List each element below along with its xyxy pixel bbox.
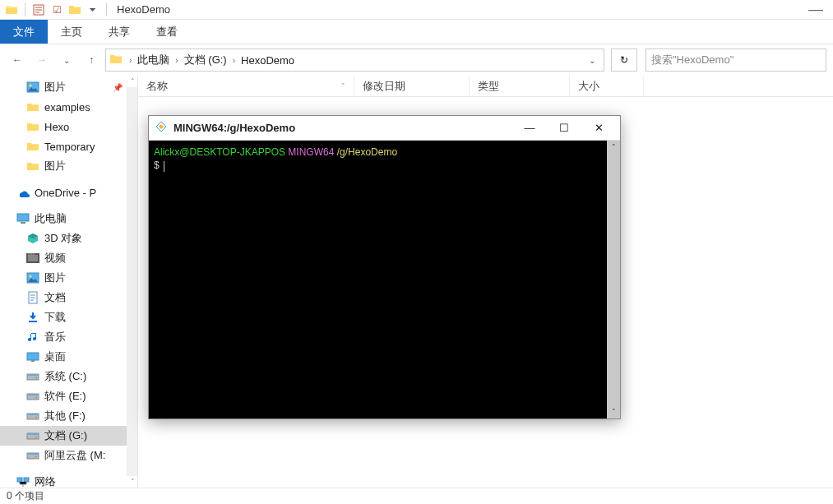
download-icon (26, 312, 39, 323)
prompt-symbol: $ (154, 160, 160, 171)
scroll-up-icon[interactable]: ˄ (127, 76, 138, 87)
sidebar-item[interactable]: 网络 (0, 472, 137, 488)
scroll-up-icon[interactable]: ˄ (607, 141, 620, 154)
terminal-titlebar[interactable]: MINGW64:/g/HexoDemo — ☐ ✕ (149, 116, 620, 141)
scroll-track[interactable] (127, 87, 138, 476)
sidebar-item[interactable]: 文档 (0, 288, 137, 307)
picture-icon (26, 81, 39, 93)
up-button[interactable]: ↑ (81, 49, 102, 71)
minimize-button[interactable]: — (518, 122, 541, 134)
drive-icon (26, 411, 39, 421)
sidebar-item-label: 文档 (44, 290, 66, 305)
svg-rect-13 (29, 321, 37, 322)
sidebar-item[interactable]: 其他 (F:) (0, 406, 137, 426)
column-date[interactable]: 修改日期 (354, 76, 470, 96)
drive-icon (26, 391, 39, 401)
sidebar-item[interactable]: 桌面 (0, 347, 137, 367)
prompt-user: Alickx@DESKTOP-JKAPPOS (154, 146, 285, 158)
chevron-right-icon[interactable]: › (231, 56, 237, 65)
svg-rect-26 (27, 433, 39, 435)
terminal-title: MINGW64:/g/HexoDemo (174, 122, 295, 134)
svg-point-30 (35, 456, 37, 458)
sidebar-item[interactable]: 音乐 (0, 327, 137, 347)
dropdown-icon[interactable]: ⏷ (85, 2, 101, 18)
tab-home[interactable]: 主页 (48, 20, 95, 44)
sidebar-item[interactable]: OneDrive - P (0, 183, 137, 202)
terminal-body[interactable]: Alickx@DESKTOP-JKAPPOS MINGW64 /g/HexoDe… (149, 141, 620, 418)
sidebar-item-label: OneDrive - P (35, 187, 96, 199)
svg-marker-34 (159, 124, 164, 129)
sidebar-item[interactable]: 3D 对象 (0, 229, 137, 248)
checkbox-icon[interactable]: ☑ (49, 2, 65, 18)
sidebar-item[interactable]: 软件 (E:) (0, 386, 137, 406)
3d-icon (26, 233, 39, 244)
terminal-scrollbar[interactable]: ˄ ˅ (607, 141, 620, 418)
folder-small-icon[interactable] (67, 2, 83, 18)
sidebar-item-label: 下载 (44, 310, 66, 325)
sidebar-item[interactable]: 视频 (0, 248, 137, 268)
chevron-right-icon[interactable]: › (127, 56, 133, 65)
column-size[interactable]: 大小 (570, 76, 644, 96)
scroll-down-icon[interactable]: ˅ (127, 476, 138, 488)
forward-button[interactable]: → (31, 49, 53, 71)
search-placeholder: 搜索"HexoDemo" (651, 53, 734, 67)
recent-dropdown[interactable]: ⌄ (56, 49, 77, 71)
search-input[interactable]: 搜索"HexoDemo" (646, 49, 826, 72)
sidebar-item[interactable]: 系统 (C:) (0, 367, 137, 386)
column-name[interactable]: 名称 ˄ (138, 76, 354, 96)
sidebar-item[interactable]: Hexo (0, 117, 137, 136)
svg-point-8 (30, 253, 31, 254)
sidebar-item[interactable]: 此电脑 (0, 209, 137, 229)
music-icon (26, 331, 39, 343)
breadcrumb-segment[interactable]: 此电脑 (133, 53, 174, 67)
folder-icon (3, 2, 20, 18)
svg-point-11 (30, 275, 32, 278)
back-button[interactable]: ← (7, 49, 28, 71)
svg-rect-23 (27, 414, 39, 415)
ribbon-tabs: 文件 主页 共享 查看 (0, 20, 833, 44)
scroll-thumb[interactable] (607, 154, 620, 405)
sidebar-item-label: 桌面 (44, 349, 66, 364)
close-button[interactable]: ✕ (587, 122, 610, 134)
sidebar-item[interactable]: 图片 (0, 268, 137, 288)
quick-access-toolbar: ☑ ⏷ HexoDemo (3, 2, 170, 18)
address-bar[interactable]: › 此电脑 › 文档 (G:) › HexoDemo ⌄ (105, 49, 604, 72)
sidebar-scrollbar[interactable]: ˄ ˅ (127, 76, 138, 488)
chevron-right-icon[interactable]: › (174, 56, 179, 65)
sidebar-item[interactable]: examples (0, 97, 137, 117)
refresh-button[interactable]: ↻ (611, 49, 637, 72)
sidebar-item-label: 3D 对象 (44, 231, 82, 246)
sidebar-item-label: Temporary (44, 141, 95, 153)
video-icon (26, 253, 39, 263)
scroll-down-icon[interactable]: ˅ (607, 405, 620, 418)
svg-rect-15 (31, 360, 35, 362)
svg-rect-4 (21, 222, 25, 224)
maximize-button[interactable]: ☐ (553, 122, 576, 134)
sidebar-item-label: 视频 (44, 251, 66, 266)
tab-file[interactable]: 文件 (0, 20, 48, 44)
sidebar-item[interactable]: 图片📌 (0, 77, 137, 97)
sidebar-item[interactable]: 下载 (0, 307, 137, 327)
sidebar-item[interactable]: 图片 (0, 156, 137, 176)
drive-icon (26, 451, 39, 460)
sort-indicator-icon: ˄ (341, 82, 345, 90)
breadcrumb-segment[interactable]: 文档 (G:) (180, 53, 231, 67)
column-headers: 名称 ˄ 修改日期 类型 大小 (138, 76, 833, 97)
pin-icon: 📌 (113, 83, 123, 92)
pc-icon (16, 213, 30, 224)
svg-rect-3 (17, 214, 29, 221)
sidebar-item[interactable]: 阿里云盘 (M: (0, 446, 137, 465)
svg-point-18 (35, 377, 37, 379)
properties-icon[interactable] (30, 2, 47, 18)
svg-point-27 (35, 437, 37, 438)
tab-share[interactable]: 共享 (95, 20, 143, 44)
sidebar-item[interactable]: 文档 (G:) (0, 426, 137, 446)
chevron-down-icon[interactable]: ⌄ (589, 56, 595, 65)
breadcrumb-segment[interactable]: HexoDemo (237, 54, 298, 67)
status-bar: 0 个项目 (0, 488, 833, 504)
column-type[interactable]: 类型 (470, 76, 570, 96)
tab-view[interactable]: 查看 (143, 20, 191, 44)
sidebar-item-label: 网络 (35, 474, 56, 488)
minimize-icon[interactable]: — (808, 1, 830, 18)
sidebar-item[interactable]: Temporary (0, 136, 137, 156)
